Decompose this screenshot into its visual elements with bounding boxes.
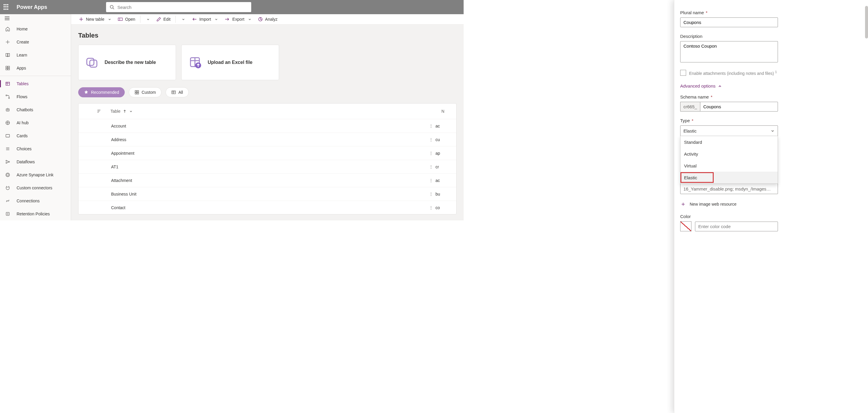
sidebar-item-label: AI hub [17,121,28,125]
row-col2: bu [435,192,444,197]
sidebar-item-ai-hub[interactable]: AI hub [0,116,71,129]
sidebar-item-tables[interactable]: Tables [0,77,71,90]
app-launcher-icon[interactable] [4,4,9,10]
sidebar-item-home[interactable]: Home [0,23,71,35]
main-content: New table Open Edit Import [71,14,464,220]
more-icon[interactable]: ⋮ [427,137,435,142]
sidebar-item-create[interactable]: Create [0,35,71,48]
chevron-down-icon [146,18,150,21]
filter-all[interactable]: All [165,87,189,97]
sidebar-item-learn[interactable]: Learn [0,48,71,62]
svg-rect-8 [6,82,10,85]
open-button[interactable]: Open [116,14,137,24]
svg-rect-31 [87,58,94,65]
svg-rect-32 [90,60,97,67]
sidebar-item-choices[interactable]: Choices [0,142,71,155]
table-row[interactable]: Business Unit ⋮ bu [79,187,456,201]
sidebar-item-label: Azure Synapse Link [17,172,54,177]
table-row[interactable]: Appointment ⋮ ap [79,146,456,160]
table-row[interactable]: Address ⋮ cu [79,133,456,146]
svg-rect-26 [6,212,9,216]
toolbar: New table Open Edit Import [71,14,464,25]
card-upload-excel[interactable]: Upload an Excel file [181,45,279,80]
edit-icon [156,17,161,22]
svg-rect-40 [137,93,138,94]
chevron-down-icon [215,18,218,21]
search-box[interactable] [106,2,251,12]
export-button[interactable]: Export [222,14,254,24]
table-name: AT1 [111,165,229,169]
sidebar-item-label: Retention Policies [17,211,50,216]
svg-point-11 [6,95,7,96]
home-icon [5,26,11,32]
chevron-down-icon[interactable] [129,109,133,113]
more-icon[interactable]: ⋮ [427,165,435,169]
column-header-table[interactable]: Table [111,109,120,114]
row-col2: cr [435,165,444,169]
svg-point-15 [7,109,7,110]
search-icon [110,5,114,9]
sidebar-item-synapse[interactable]: Azure Synapse Link [0,168,71,181]
sort-asc-icon [123,109,126,113]
table-name: Account [111,124,229,128]
more-icon[interactable]: ⋮ [427,192,435,197]
open-dropdown-button[interactable] [143,14,152,24]
sidebar-item-connections[interactable]: Connections [0,194,71,207]
table-row[interactable]: AT1 ⋮ cr [79,160,456,173]
sidebar-item-cards[interactable]: Cards [0,129,71,142]
row-col2: ac [435,124,444,128]
ai-hub-icon [5,120,11,126]
column-header-n[interactable]: N [441,109,444,114]
cards-icon [5,133,11,139]
search-input[interactable] [117,5,248,10]
edit-dropdown-button[interactable] [178,14,188,24]
sidebar-item-chatbots[interactable]: Chatbots [0,103,71,116]
import-button[interactable]: Import [189,14,221,24]
menu-toggle-icon[interactable] [5,16,9,20]
sidebar-item-flows[interactable]: Flows [0,90,71,103]
svg-rect-37 [135,91,136,92]
row-col2: cu [435,137,444,142]
sidebar-item-label: Custom connectors [17,185,53,190]
filter-recommended[interactable]: Recommended [78,87,125,97]
sidebar-item-label: Flows [17,94,28,99]
analyze-icon [258,17,263,22]
table-row[interactable]: Account ⋮ ac [79,119,456,133]
svg-point-22 [6,160,7,162]
edit-button[interactable]: Edit [154,14,173,24]
sidebar-item-dataflows[interactable]: Dataflows [0,155,71,168]
synapse-icon [5,172,11,178]
sidebar-item-apps[interactable]: Apps [0,62,71,74]
svg-point-24 [8,161,10,163]
upload-excel-icon [189,56,202,69]
svg-point-25 [6,173,10,177]
svg-point-23 [6,163,7,164]
filter-custom[interactable]: Custom [129,87,161,97]
choices-icon [5,146,11,152]
star-icon [84,90,89,95]
analyze-button[interactable]: Analyz [256,14,280,24]
sidebar-item-retention[interactable]: Retention Policies [0,207,71,220]
chatbots-icon [5,107,11,113]
more-icon[interactable]: ⋮ [427,151,435,156]
export-icon [224,17,230,21]
sidebar-item-connectors[interactable]: Custom connectors [0,181,71,194]
new-table-button[interactable]: New table [76,14,114,24]
table-row[interactable]: Attachment ⋮ ac [79,173,456,187]
more-icon[interactable]: ⋮ [427,205,435,210]
apps-icon [5,65,11,71]
flows-icon [5,94,11,100]
more-icon[interactable]: ⋮ [427,124,435,128]
column-sort-icon[interactable] [96,109,102,114]
card-describe-table[interactable]: Describe the new table [78,45,176,80]
sidebar-item-label: Cards [17,133,28,138]
svg-rect-29 [118,18,122,21]
dataflows-icon [5,159,11,165]
chevron-down-icon [108,18,112,21]
svg-rect-13 [6,109,9,111]
table-row[interactable]: Contact ⋮ co [79,201,456,214]
table-name: Contact [111,205,229,210]
top-bar: Power Apps [0,0,464,14]
page-title: Tables [78,32,457,39]
more-icon[interactable]: ⋮ [427,178,435,183]
